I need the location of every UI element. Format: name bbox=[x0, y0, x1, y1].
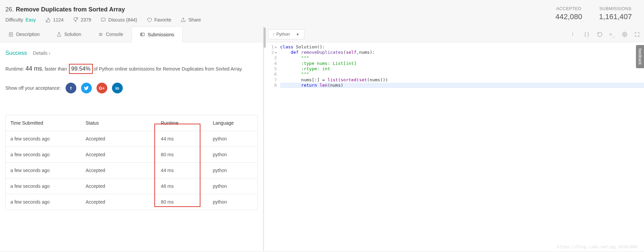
fullscreen-icon[interactable] bbox=[634, 32, 640, 37]
cell-lang: python bbox=[208, 163, 258, 178]
tab-console-label: Console bbox=[106, 32, 123, 37]
feedback-tab[interactable]: feedback bbox=[636, 45, 644, 68]
info-i-icon: i bbox=[273, 32, 274, 37]
info-icon[interactable]: i bbox=[572, 32, 578, 37]
favorite-button[interactable]: Favorite bbox=[147, 17, 172, 23]
left-pane: Description Solution Console Submissions… bbox=[0, 27, 264, 251]
cell-status: Accepted bbox=[81, 147, 156, 163]
submissions-icon bbox=[140, 32, 145, 37]
table-row[interactable]: a few seconds agoAccepted48 mspython bbox=[6, 178, 258, 194]
faster-prefix: , faster than bbox=[42, 66, 67, 72]
cell-lang: python bbox=[208, 147, 258, 163]
share-label: Share bbox=[188, 17, 201, 23]
split-scrollbar[interactable] bbox=[264, 28, 266, 48]
header-stats: ACCEPTED 442,080 SUBMISSIONS 1,161,407 bbox=[556, 6, 639, 21]
tab-console[interactable]: Console bbox=[90, 27, 131, 42]
terminal-icon[interactable]: >_ bbox=[609, 32, 615, 37]
svg-rect-0 bbox=[101, 18, 105, 21]
linkedin-share-button[interactable]: in bbox=[112, 83, 123, 93]
braces-icon[interactable]: { } bbox=[584, 32, 590, 37]
meta-row: Difficulty Easy 1124 2379 Discuss (844) … bbox=[5, 17, 556, 23]
header-left: 26. Remove Duplicates from Sorted Array … bbox=[5, 6, 556, 23]
sliders-icon bbox=[98, 32, 103, 37]
table-header-row: Time Submitted Status Runtime Language bbox=[6, 115, 258, 131]
line-gutter: 1▼ 2▼ 3 4 5 6 7 8 bbox=[264, 44, 280, 88]
title-row: 26. Remove Duplicates from Sorted Array bbox=[5, 6, 556, 13]
stat-submissions: SUBMISSIONS 1,161,407 bbox=[599, 6, 632, 21]
right-pane: iPython ▼ i { } >_ 1▼ 2▼ 3 4 5 6 7 8 bbox=[264, 27, 644, 251]
googleplus-share-button[interactable]: G+ bbox=[97, 83, 107, 93]
submissions-table: Time Submitted Status Runtime Language a… bbox=[5, 115, 258, 210]
cell-runtime: 48 ms bbox=[156, 178, 208, 194]
cell-time: a few seconds ago bbox=[6, 194, 81, 210]
fold-icon[interactable]: ▼ bbox=[275, 46, 277, 49]
thumbs-down-icon bbox=[73, 17, 78, 23]
code-line: """ bbox=[280, 55, 644, 61]
discuss-label: Discuss (844) bbox=[108, 17, 137, 23]
main: Description Solution Console Submissions… bbox=[0, 27, 644, 251]
col-status: Status bbox=[81, 115, 156, 131]
tab-description-label: Description bbox=[16, 32, 40, 37]
table-row[interactable]: a few seconds agoAccepted80 mspython bbox=[6, 194, 258, 210]
like-button[interactable]: 1124 bbox=[45, 17, 64, 23]
description-icon bbox=[8, 32, 13, 37]
submissions-label: SUBMISSIONS bbox=[599, 6, 632, 11]
problem-header: 26. Remove Duplicates from Sorted Array … bbox=[0, 0, 644, 27]
result-status: Success bbox=[5, 50, 27, 56]
details-link[interactable]: Details › bbox=[33, 50, 50, 56]
share-button[interactable]: Share bbox=[181, 17, 201, 23]
col-language: Language bbox=[208, 115, 258, 131]
flask-icon bbox=[56, 32, 62, 37]
table-row[interactable]: a few seconds agoAccepted44 mspython bbox=[6, 131, 258, 147]
toolbar-icons: i { } >_ bbox=[572, 32, 640, 37]
cell-time: a few seconds ago bbox=[6, 131, 81, 147]
result-area: Success Details › Runtime: 44 ms, faster… bbox=[0, 42, 263, 104]
svg-marker-4 bbox=[623, 32, 627, 37]
code-content[interactable]: class Solution(): def removeDuplicates(s… bbox=[280, 44, 644, 88]
settings-icon[interactable] bbox=[622, 32, 628, 37]
chevron-down-icon: ▼ bbox=[296, 33, 299, 36]
comment-icon bbox=[101, 17, 106, 23]
code-editor[interactable]: 1▼ 2▼ 3 4 5 6 7 8 class Solution(): def … bbox=[264, 42, 644, 88]
language-label: Python bbox=[276, 32, 290, 37]
twitter-share-button[interactable] bbox=[81, 83, 92, 93]
cell-time: a few seconds ago bbox=[6, 147, 81, 163]
like-count: 1124 bbox=[53, 17, 64, 23]
cell-lang: python bbox=[208, 178, 258, 194]
stat-accepted: ACCEPTED 442,080 bbox=[556, 6, 582, 21]
cell-status: Accepted bbox=[81, 131, 156, 147]
difficulty-label: Difficulty bbox=[5, 17, 23, 23]
facebook-share-button[interactable]: f bbox=[66, 83, 76, 93]
percent-highlight: 99.54% bbox=[69, 64, 93, 74]
table-row[interactable]: a few seconds agoAccepted80 mspython bbox=[6, 147, 258, 163]
tab-submissions[interactable]: Submissions bbox=[131, 27, 183, 42]
fold-icon[interactable]: ▼ bbox=[275, 51, 277, 54]
cell-runtime: 80 ms bbox=[156, 147, 208, 163]
accepted-value: 442,080 bbox=[556, 12, 582, 21]
linkedin-icon: in bbox=[115, 86, 119, 91]
tab-description[interactable]: Description bbox=[0, 27, 48, 42]
watermark: https://blog.csdn.net/qq_39241986 bbox=[557, 245, 637, 249]
line-number: 1▼ bbox=[264, 44, 277, 50]
line-number: 2▼ bbox=[264, 50, 277, 55]
dislike-count: 2379 bbox=[81, 17, 91, 23]
table-row[interactable]: a few seconds agoAccepted44 mspython bbox=[6, 163, 258, 178]
dislike-button[interactable]: 2379 bbox=[73, 17, 91, 23]
line-number: 6 bbox=[264, 72, 277, 77]
language-select[interactable]: iPython ▼ bbox=[268, 29, 304, 39]
difficulty-value: Easy bbox=[26, 17, 36, 23]
col-time: Time Submitted bbox=[6, 115, 81, 131]
discuss-button[interactable]: Discuss (844) bbox=[101, 17, 137, 23]
tab-solution-label: Solution bbox=[64, 32, 81, 37]
line-number: 7 bbox=[264, 77, 277, 83]
problem-title[interactable]: Remove Duplicates from Sorted Array bbox=[16, 6, 125, 13]
tab-solution[interactable]: Solution bbox=[48, 27, 90, 42]
runtime-line: Runtime: 44 ms, faster than 99.54%of Pyt… bbox=[5, 64, 258, 74]
difficulty: Difficulty Easy bbox=[5, 17, 36, 23]
code-line: :rtype: int bbox=[280, 66, 644, 72]
tab-submissions-label: Submissions bbox=[148, 32, 174, 37]
share-acceptance-label: Show off your acceptance: bbox=[5, 85, 61, 91]
twitter-icon bbox=[84, 86, 89, 91]
undo-icon[interactable] bbox=[597, 32, 603, 37]
cell-time: a few seconds ago bbox=[6, 163, 81, 178]
